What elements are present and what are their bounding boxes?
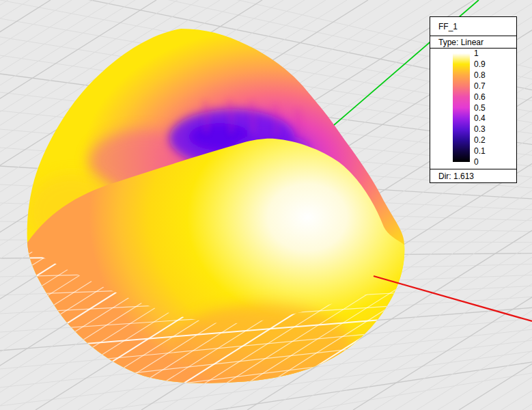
colorbar-tick: 0.1	[474, 147, 486, 155]
colorbar-tick: 1	[474, 49, 479, 57]
colorbar-tick: 0.8	[474, 71, 486, 79]
colorbar-tick: 0.9	[474, 60, 486, 68]
colorbar-tick: 0.3	[474, 125, 486, 133]
farfield-3d-viewport[interactable]: FF_1 Type: Linear 10.90.80.70.60.50.40.3…	[0, 0, 532, 410]
legend-directivity: Dir: 1.613	[430, 169, 516, 182]
colorbar-tick: 0.2	[474, 136, 486, 144]
colorbar-tick: 0.7	[474, 82, 486, 90]
colorbar-tick: 0.4	[474, 114, 486, 122]
legend-scale-type: Type: Linear	[430, 36, 516, 49]
legend-colorbar-section: 10.90.80.70.60.50.40.30.20.10	[430, 49, 516, 169]
colorbar-tick-labels: 10.90.80.70.60.50.40.30.20.10	[474, 49, 515, 169]
legend-title: FF_1	[430, 17, 516, 36]
colorbar-tick: 0.6	[474, 93, 486, 101]
colorbar-gradient	[453, 53, 470, 162]
colorbar-tick: 0.5	[474, 104, 486, 112]
legend-panel: FF_1 Type: Linear 10.90.80.70.60.50.40.3…	[430, 16, 517, 183]
colorbar-tick: 0	[474, 158, 479, 166]
